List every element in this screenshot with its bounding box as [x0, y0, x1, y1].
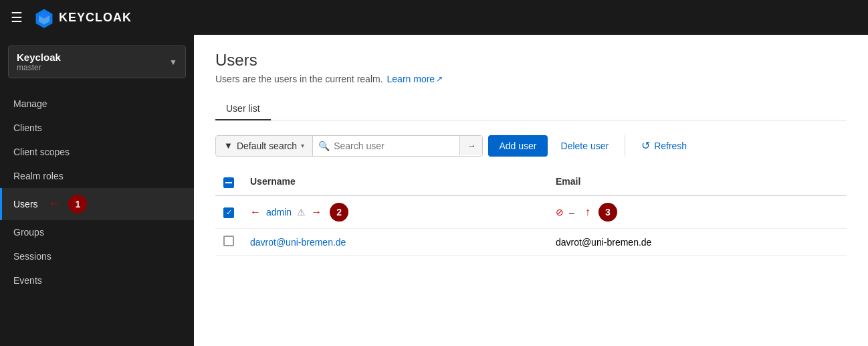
refresh-label: Refresh	[654, 141, 687, 151]
realm-selector[interactable]: Keycloak master ▼	[8, 46, 186, 78]
refresh-icon: ↺	[641, 139, 650, 152]
subtitle-text: Users are the users in the current realm…	[215, 74, 383, 84]
annotation-circle-3: 3	[599, 203, 617, 222]
table-header-row: Username Email	[215, 168, 847, 195]
realm-sub: master	[17, 63, 61, 72]
annotation-arrow-2b: →	[311, 206, 322, 218]
realm-info: Keycloak master	[17, 52, 61, 72]
table-row: ← admin ⚠ → 2 ⊘ – ↑ 3	[215, 195, 847, 229]
content-area: Users Users are the users in the current…	[194, 35, 868, 346]
col-header-email: Email	[548, 168, 847, 195]
logo-text: KEYCLOAK	[59, 11, 132, 25]
row-1-username-wrap: ← admin ⚠ → 2	[250, 203, 540, 222]
row-2-email: davrot@uni-bremen.de	[556, 237, 651, 248]
sidebar-item-groups[interactable]: Groups	[0, 220, 194, 244]
row-2-checkbox[interactable]	[223, 236, 234, 246]
top-nav: ☰ KEYCLOAK	[0, 0, 868, 35]
search-filter-group: ▼ Default search ▾ 🔍 →	[215, 135, 483, 157]
tabs: User list	[215, 98, 847, 120]
col-header-check	[215, 168, 242, 195]
sidebar-item-manage[interactable]: Manage	[0, 92, 194, 116]
search-icon: 🔍	[318, 141, 330, 151]
default-search-label: Default search	[237, 141, 297, 151]
realm-arrow-icon: ▼	[169, 58, 177, 67]
sidebar-item-clients[interactable]: Clients	[0, 116, 194, 140]
realm-name: Keycloak	[17, 52, 61, 63]
filter-funnel-icon: ▼	[224, 141, 233, 151]
page-subtitle: Users are the users in the current realm…	[215, 74, 847, 84]
delete-user-button[interactable]: Delete user	[553, 135, 617, 157]
table-body: ← admin ⚠ → 2 ⊘ – ↑ 3	[215, 195, 847, 256]
toolbar: ▼ Default search ▾ 🔍 → Add user Delete u…	[215, 134, 847, 157]
annotation-circle-1: 1	[68, 195, 87, 213]
table-row: davrot@uni-bremen.de davrot@uni-bremen.d…	[215, 229, 847, 256]
sidebar: Keycloak master ▼ Manage Clients Client …	[0, 35, 194, 346]
search-input-wrap: 🔍	[313, 136, 459, 156]
row-1-checkbox[interactable]	[223, 207, 234, 218]
main-layout: Keycloak master ▼ Manage Clients Client …	[0, 35, 868, 346]
row-1-email-wrap: ⊘ – ↑ 3	[556, 203, 839, 222]
search-submit-button[interactable]: →	[459, 136, 482, 155]
row-1-check-cell	[215, 195, 242, 229]
row-2-username-cell: davrot@uni-bremen.de	[242, 229, 548, 256]
col-header-username: Username	[242, 168, 548, 195]
refresh-button[interactable]: ↺ Refresh	[633, 134, 695, 157]
user-table: Username Email ← admin ⚠ →	[215, 168, 847, 256]
page-title: Users	[215, 51, 847, 70]
row-1-username-cell: ← admin ⚠ → 2	[242, 195, 548, 229]
row-2-email-cell: davrot@uni-bremen.de	[548, 229, 847, 256]
row-1-email-cell: ⊘ – ↑ 3	[548, 195, 847, 229]
toolbar-divider	[625, 135, 625, 157]
row-1-email: –	[569, 207, 574, 218]
warning-icon-row-1: ⚠	[297, 207, 306, 218]
annotation-arrow-3a: ↑	[585, 206, 590, 218]
logo-container: KEYCLOAK	[33, 7, 132, 28]
annotation-circle-2: 2	[330, 203, 348, 222]
select-all-checkbox[interactable]	[223, 177, 234, 188]
hamburger-icon[interactable]: ☰	[11, 9, 23, 25]
annotation-arrow-1: ←	[48, 197, 60, 210]
learn-more-link[interactable]: Learn more ↗	[387, 74, 443, 84]
external-link-icon: ↗	[436, 74, 443, 84]
sidebar-item-users[interactable]: Users ← 1	[0, 188, 194, 220]
row-2-check-cell	[215, 229, 242, 256]
sidebar-nav: Manage Clients Client scopes Realm roles…	[0, 89, 194, 295]
learn-more-label: Learn more	[387, 74, 435, 84]
sidebar-item-client-scopes[interactable]: Client scopes	[0, 140, 194, 164]
sidebar-item-realm-roles[interactable]: Realm roles	[0, 164, 194, 188]
sidebar-item-events[interactable]: Events	[0, 268, 194, 292]
error-icon-row-1: ⊘	[556, 207, 564, 218]
row-1-username-link[interactable]: admin	[266, 207, 292, 218]
sidebar-item-sessions[interactable]: Sessions	[0, 244, 194, 268]
table-head: Username Email	[215, 168, 847, 195]
filter-dropdown-icon: ▾	[301, 142, 304, 149]
filter-button[interactable]: ▼ Default search ▾	[216, 136, 313, 156]
add-user-button[interactable]: Add user	[488, 135, 547, 157]
tab-user-list[interactable]: User list	[215, 98, 271, 120]
sidebar-item-users-label: Users	[13, 199, 38, 209]
annotation-arrow-2a: ←	[250, 206, 261, 218]
keycloak-logo-icon	[33, 7, 55, 28]
row-2-username-link[interactable]: davrot@uni-bremen.de	[250, 237, 346, 248]
search-input[interactable]	[334, 136, 454, 156]
